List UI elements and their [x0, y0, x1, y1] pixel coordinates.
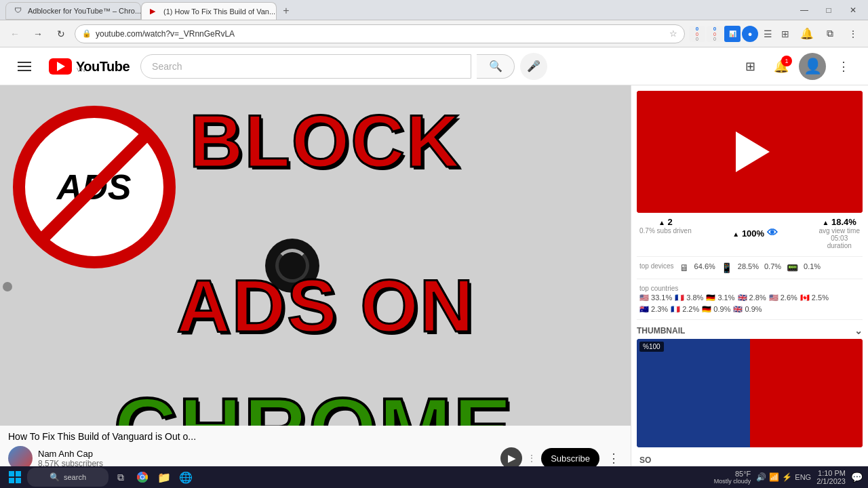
weather-temp: 85°F	[735, 470, 751, 478]
duration-label: duration	[818, 242, 860, 249]
taskbar-explorer[interactable]: 📁	[155, 468, 174, 487]
lock-icon: 🔒	[82, 29, 92, 38]
hamburger-icon	[18, 62, 31, 71]
youtube-logo[interactable]: YouTube VN	[49, 58, 130, 75]
thumbnail-label: THUMBNAIL	[637, 326, 685, 336]
search-box[interactable]: Search	[140, 54, 471, 79]
system-tray: 🔊 📶 ⚡ ENG	[756, 472, 811, 482]
block-text: BLOCK	[189, 98, 461, 184]
notification-center[interactable]: 💬	[851, 472, 863, 483]
country-5: 🇺🇸 2.6%	[769, 293, 797, 302]
main-content: ADS BLOCK ADS ON CHROME	[0, 85, 868, 488]
youtube-country: VN	[77, 66, 130, 73]
start-button[interactable]	[5, 468, 24, 487]
mobile-icon: 📱	[721, 262, 732, 273]
youtube-header: YouTube VN Search 🔍 🎤 ⊞	[0, 47, 868, 85]
thumbnail-preview: %100	[637, 339, 863, 447]
preview-play-icon	[730, 131, 770, 172]
top-devices-row: top devices 🖥 64.6% 📱 28.5% 0.7% 📟 0.1%	[637, 260, 863, 276]
video-content: ADS BLOCK ADS ON CHROME	[0, 85, 631, 488]
header-right: ⊞ 🔔 1 👤 ⋮	[736, 53, 857, 80]
ext-icon-blue[interactable]: ●	[742, 26, 758, 42]
extension-icons: 0 0 0 0 0 0 📊 ● ☰ ⊞	[689, 26, 793, 42]
weather-desc: Mostly cloudy	[714, 478, 751, 485]
taskbar-clock: 1:10 PM 2/1/2023	[816, 469, 846, 485]
account-button[interactable]: 👤	[799, 53, 826, 80]
taskbar-edge[interactable]: 🌐	[176, 468, 195, 487]
browser-tabs: 🛡 Adblocker for YouTube™ – Chro... ✕ ▶ (…	[5, 0, 296, 20]
clock-time: 1:10 PM	[816, 469, 846, 477]
duration-value: 05:03	[818, 235, 860, 242]
taskbar-search-icon: 🔍	[50, 472, 60, 482]
channel-preview	[637, 91, 863, 213]
close-button[interactable]: ✕	[844, 1, 863, 20]
ext-icon-menu[interactable]: ☰	[760, 26, 776, 42]
ads-on-text: ADS ON	[176, 262, 475, 348]
header-left: YouTube VN	[11, 53, 130, 80]
edge-icon: 🌐	[179, 471, 193, 484]
divider-2	[637, 279, 863, 279]
taskbar-chrome[interactable]	[133, 468, 152, 487]
browser-menu-button[interactable]: ⋮	[844, 24, 863, 43]
svg-rect-7	[16, 478, 21, 483]
search-placeholder: Search	[152, 61, 182, 72]
browser-tab-1[interactable]: 🛡 Adblocker for YouTube™ – Chro... ✕	[5, 2, 141, 20]
youtube-app: YouTube VN Search 🔍 🎤 ⊞	[0, 47, 868, 488]
ext-icon-addtab[interactable]: ⊞	[777, 26, 793, 42]
monitor-icon: 🖥	[679, 262, 689, 273]
back-button[interactable]: ←	[5, 24, 24, 43]
tab-title-1: Adblocker for YouTube™ – Chro...	[28, 7, 141, 15]
avg-view-label: avg view time	[818, 227, 860, 235]
tablet-pct: 0.1%	[804, 262, 821, 273]
extensions-button[interactable]: ⧉	[821, 24, 840, 43]
video-title: How To Fix This Build of Vanguard is Out…	[8, 431, 623, 442]
new-tab-button[interactable]: +	[277, 2, 296, 20]
account-icon: 👤	[804, 58, 822, 75]
channel-dot-menu[interactable]: ⋮	[528, 453, 536, 463]
explorer-icon: 📁	[157, 471, 171, 484]
ext-icon-2[interactable]: 0 0 0	[707, 26, 723, 42]
tablet-icon: 📟	[787, 262, 798, 273]
stats-numbers: ▲ 2 0.7% subs driven ▲ 100% 👁	[637, 213, 863, 253]
task-view-button[interactable]: ⧉	[111, 468, 130, 487]
taskbar-search[interactable]: 🔍 search	[27, 468, 108, 487]
browser-tab-2[interactable]: ▶ (1) How To Fix This Build of Van... ✕	[141, 2, 277, 20]
country-8: 🇫🇷 2.2%	[671, 305, 699, 314]
ext-icon-1[interactable]: 0 0 0	[689, 26, 705, 42]
windows-icon	[8, 470, 22, 484]
bookmark-icon: ☆	[669, 28, 677, 39]
svg-rect-6	[9, 478, 14, 483]
youtube-play-icon	[57, 62, 65, 71]
thumbnail-expand[interactable]: ⌄	[854, 325, 863, 336]
notifications-button[interactable]: 🔔 1	[768, 53, 795, 80]
tv-pct: 0.7%	[764, 262, 781, 273]
maximize-button[interactable]: □	[819, 1, 838, 20]
forward-button[interactable]: →	[28, 24, 47, 43]
task-view-icon: ⧉	[117, 472, 124, 483]
minimize-button[interactable]: —	[795, 1, 814, 20]
more-button[interactable]: ⋮	[605, 448, 623, 468]
address-bar[interactable]: 🔒 youtube.com/watch?v=_VRnnGeRvLA ☆	[75, 24, 685, 43]
hamburger-menu[interactable]	[11, 53, 38, 80]
search-button[interactable]: 🔍	[477, 54, 515, 79]
browser-toolbar: ← → ↻ 🔒 youtube.com/watch?v=_VRnnGeRvLA …	[0, 20, 868, 47]
mobile-pct: 28.5%	[738, 262, 759, 273]
country-1: 🇺🇸 33.1%	[639, 293, 672, 302]
profile-button[interactable]: 🔔	[797, 24, 816, 43]
voice-search-button[interactable]: 🎤	[520, 53, 547, 80]
browser-titlebar: 🛡 Adblocker for YouTube™ – Chro... ✕ ▶ (…	[0, 0, 868, 20]
stat-watch-pct: ▲ 100% 👁	[732, 217, 777, 249]
more-icon: ⋮	[837, 59, 850, 74]
divider-3	[637, 319, 863, 320]
refresh-button[interactable]: ↻	[52, 24, 71, 43]
tab-favicon-1: 🛡	[14, 6, 24, 16]
upload-button[interactable]: ⊞	[736, 53, 764, 80]
ext-icon-stats[interactable]: 📊	[724, 26, 741, 42]
header-more-button[interactable]: ⋮	[830, 53, 857, 80]
address-text: youtube.com/watch?v=_VRnnGeRvLA	[96, 29, 665, 39]
clock-date: 2/1/2023	[816, 477, 846, 485]
language-indicator: ENG	[795, 473, 811, 481]
subscribe-button[interactable]: Subscribe	[541, 448, 599, 469]
notification-count: 1	[781, 56, 792, 66]
avg-view-number: ▲ 18.4%	[818, 217, 860, 227]
